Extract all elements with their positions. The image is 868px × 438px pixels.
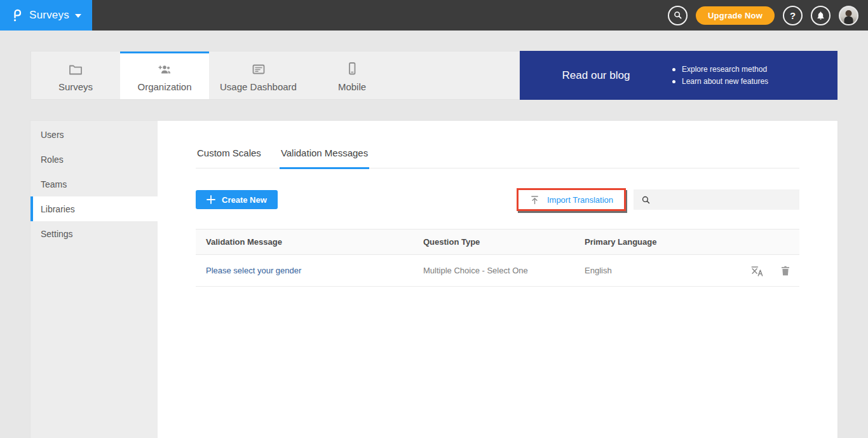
table-search[interactable] <box>634 189 799 210</box>
question-mark-icon: ? <box>790 10 796 21</box>
top-bar: Surveys Upgrade Now ? <box>0 0 868 31</box>
dashboard-icon <box>251 61 266 76</box>
questionpro-logo-icon <box>11 8 24 23</box>
person-photo-icon <box>840 7 857 24</box>
blog-bullet-list: Explore research method Learn about new … <box>672 62 768 89</box>
product-name: Surveys <box>29 9 69 22</box>
bell-icon <box>816 11 825 20</box>
annotation-highlight: Import Translation <box>517 188 626 211</box>
import-translation-label: Import Translation <box>547 195 613 205</box>
tab-usage-dashboard[interactable]: Usage Dashboard <box>209 51 308 99</box>
toolbar: Create New Import Translation <box>196 188 799 211</box>
tab-validation-messages[interactable]: Validation Messages <box>280 147 369 169</box>
trash-icon <box>780 265 790 277</box>
create-new-label: Create New <box>222 195 267 205</box>
toolbar-right: Import Translation <box>517 188 799 211</box>
blog-title: Read our blog <box>520 69 672 82</box>
mobile-icon <box>344 61 360 76</box>
import-translation-button[interactable]: Import Translation <box>519 190 624 209</box>
topbar-actions: Upgrade Now ? <box>668 6 868 25</box>
sidebar-item-libraries[interactable]: Libraries <box>31 196 158 221</box>
upload-icon <box>529 195 540 205</box>
search-icon <box>673 10 683 20</box>
delete-button[interactable] <box>780 265 790 277</box>
table-row: Please select your gender Multiple Choic… <box>196 255 799 287</box>
row-actions <box>750 264 799 277</box>
settings-sidebar: Users Roles Teams Libraries Settings <box>31 121 158 438</box>
column-header-primary-language: Primary Language <box>585 237 799 247</box>
libraries-content: Custom Scales Validation Messages Create… <box>158 121 837 438</box>
avatar[interactable] <box>839 6 858 25</box>
help-button[interactable]: ? <box>783 6 803 25</box>
tab-surveys[interactable]: Surveys <box>31 51 120 99</box>
product-switcher[interactable]: Surveys <box>0 0 92 31</box>
group-add-icon <box>156 61 173 76</box>
blog-bullet: Learn about new features <box>672 77 768 86</box>
tab-label: Surveys <box>58 81 93 92</box>
plus-icon <box>207 195 215 204</box>
search-input[interactable] <box>656 195 799 205</box>
translate-icon <box>750 264 764 277</box>
validation-message-link[interactable]: Please select your gender <box>206 266 301 275</box>
main-panel: Users Roles Teams Libraries Settings Cus… <box>31 121 837 438</box>
table-header-row: Validation Message Question Type Primary… <box>196 229 799 255</box>
column-header-question-type: Question Type <box>423 237 585 247</box>
tab-mobile[interactable]: Mobile <box>308 51 397 99</box>
create-new-button[interactable]: Create New <box>196 190 278 209</box>
search-icon <box>641 195 651 205</box>
translate-button[interactable] <box>750 264 764 277</box>
chevron-down-icon <box>75 14 81 18</box>
sidebar-item-settings[interactable]: Settings <box>31 221 158 246</box>
sidebar-item-teams[interactable]: Teams <box>31 172 158 196</box>
notifications-button[interactable] <box>811 6 831 25</box>
column-header-validation-message: Validation Message <box>196 237 423 247</box>
top-navigation: Surveys Organization <box>31 51 837 100</box>
blog-bullet: Explore research method <box>672 65 768 74</box>
tab-label: Mobile <box>338 81 366 92</box>
blog-banner[interactable]: Read our blog Explore research method Le… <box>520 51 837 100</box>
search-button[interactable] <box>668 6 688 25</box>
module-tabs: Surveys Organization <box>31 51 520 100</box>
folder-icon <box>68 61 83 76</box>
validation-messages-table: Validation Message Question Type Primary… <box>196 229 799 287</box>
sidebar-item-users[interactable]: Users <box>31 122 158 147</box>
question-type-cell: Multiple Choice - Select One <box>423 266 585 275</box>
tab-label: Organization <box>137 81 191 92</box>
tab-organization[interactable]: Organization <box>120 51 209 99</box>
sidebar-item-roles[interactable]: Roles <box>31 147 158 172</box>
upgrade-now-button[interactable]: Upgrade Now <box>696 6 775 25</box>
library-tabs: Custom Scales Validation Messages <box>196 147 799 168</box>
tab-label: Usage Dashboard <box>220 81 297 92</box>
primary-language-cell: English <box>585 266 612 275</box>
page: Surveys Upgrade Now ? <box>0 0 868 438</box>
tab-custom-scales[interactable]: Custom Scales <box>196 147 262 169</box>
